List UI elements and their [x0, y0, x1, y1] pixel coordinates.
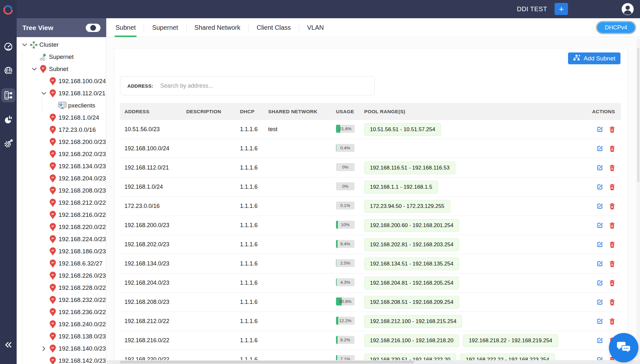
table-row: 192.168.202.0/231.1.1.69.4%192.168.202.8…	[120, 235, 621, 254]
edit-subnet-button[interactable]	[596, 337, 604, 344]
chevron-right-icon[interactable]	[40, 346, 48, 351]
edit-subnet-button[interactable]	[596, 145, 604, 152]
pin-icon: IP	[48, 150, 58, 159]
tree-item-192-168-232-0-22[interactable]: IP192.168.232.0/22	[17, 294, 106, 306]
edit-subnet-button[interactable]	[596, 126, 604, 133]
edit-subnet-button[interactable]	[596, 298, 604, 306]
tree-item-subnet[interactable]: IPSubnet	[17, 63, 106, 75]
collapse-sidebar-button[interactable]	[0, 338, 17, 351]
tree-item-192-168-224-0-23[interactable]: IP192.168.224.0/23	[17, 233, 106, 245]
tree-item-192-168-212-0-22[interactable]: IP192.168.212.0/22	[17, 197, 106, 209]
svg-text:IP: IP	[52, 91, 54, 94]
tab-vlan[interactable]: VLAN	[299, 18, 332, 37]
tree-item-192-168-240-0-22[interactable]: IP192.168.240.0/22	[17, 318, 106, 330]
tree-item-label: 192.168.226.0/23	[59, 272, 106, 279]
cell-usage: 2.5%	[332, 259, 360, 269]
tree-item-label: 192.168.224.0/23	[59, 236, 106, 243]
edit-subnet-button[interactable]	[596, 164, 604, 171]
chevron-down-icon[interactable]	[30, 67, 38, 71]
delete-subnet-button[interactable]	[608, 202, 616, 210]
tab-subnet[interactable]: Subnet	[108, 18, 144, 37]
edit-subnet-button[interactable]	[596, 279, 604, 287]
pin-icon: IP	[48, 198, 58, 207]
tree-item-192-168-220-0-22[interactable]: IP192.168.220.0/22	[17, 221, 106, 233]
pin-icon: IP	[48, 113, 58, 122]
edit-subnet-button[interactable]	[596, 202, 604, 210]
delete-subnet-button[interactable]	[608, 260, 616, 267]
sidebar-item-dhcp[interactable]	[0, 83, 17, 107]
tree-item-192-168-100-0-24[interactable]: IP192.168.100.0/24	[17, 75, 106, 87]
tree-item-192-168-186-0-23[interactable]: IP192.168.186.0/23	[17, 245, 106, 257]
tree-item-supernet[interactable]: Supernet	[17, 51, 106, 63]
cell-dhcp: 1.1.1.6	[236, 184, 264, 190]
add-subnet-button[interactable]: Add Subnet	[568, 52, 620, 64]
chat-fab-button[interactable]	[609, 333, 638, 362]
tree-item-label: Supernet	[49, 53, 74, 60]
edit-subnet-button[interactable]	[596, 241, 604, 248]
column-header-pool-range-s-: POOL RANGE(S)	[360, 109, 589, 115]
tree-item-192-168-112-0-21[interactable]: IP192.168.112.0/21	[17, 87, 106, 99]
tree-item-192-168-140-0-23[interactable]: IP192.168.140.0/23	[17, 343, 106, 355]
tree-item-192-168-134-0-23[interactable]: IP192.168.134.0/23	[17, 160, 106, 172]
tree-item-192-168-142-0-23[interactable]: IP192.168.142.0/23	[17, 355, 106, 364]
edit-subnet-button[interactable]	[596, 318, 604, 325]
cell-dhcp: 1.1.1.6	[236, 145, 264, 152]
pin-icon: IP	[38, 65, 48, 74]
tree-item-192-168-228-0-22[interactable]: IP192.168.228.0/22	[17, 282, 106, 294]
chevron-down-icon[interactable]	[20, 43, 29, 46]
pool-range-badge: 192.168.216.100 - 192.168.218.20	[364, 334, 459, 347]
tree-item-cluster[interactable]: Cluster	[17, 39, 106, 51]
cell-address: 192.168.100.0/24	[120, 145, 182, 152]
tree-item-192-168-208-0-23[interactable]: IP192.168.208.0/23	[17, 185, 106, 197]
sidebar-item-dashboard[interactable]	[0, 35, 17, 59]
horizontal-scrollbar-thumb[interactable]	[120, 361, 414, 363]
delete-subnet-button[interactable]	[608, 145, 616, 152]
sidebar-item-reports[interactable]	[0, 107, 17, 132]
cell-pools: 192.168.134.51 - 192.168.135.254	[360, 257, 589, 270]
sidebar-item-settings[interactable]	[0, 132, 17, 156]
delete-subnet-button[interactable]	[608, 318, 616, 325]
svg-text:IP: IP	[52, 164, 54, 167]
tab-supernet[interactable]: Supernet	[144, 18, 186, 37]
delete-subnet-button[interactable]	[608, 279, 616, 287]
tree-item-192-168-200-0-23[interactable]: IP192.168.200.0/23	[17, 136, 106, 148]
tree-item-label: Cluster	[39, 41, 59, 48]
delete-subnet-button[interactable]	[608, 241, 616, 248]
cell-usage: 0.4%	[332, 144, 360, 154]
tree-item-pxeclients[interactable]: pxeclients	[17, 99, 106, 112]
tree-item-192-168-226-0-23[interactable]: IP192.168.226.0/23	[17, 270, 106, 282]
sidebar-item-dns[interactable]: DNS	[0, 59, 17, 83]
tree-item-192-168-1-0-24[interactable]: IP192.168.1.0/24	[17, 112, 106, 124]
delete-subnet-button[interactable]	[608, 164, 616, 171]
add-workspace-button[interactable]: +	[555, 3, 568, 15]
tree-item-192-168-138-0-23[interactable]: IP192.168.138.0/23	[17, 330, 106, 343]
tree-item-192-168-202-0-23[interactable]: IP192.168.202.0/23	[17, 148, 106, 160]
edit-subnet-button[interactable]	[596, 222, 604, 229]
vertical-scrollbar-thumb[interactable]	[637, 48, 639, 182]
edit-subnet-button[interactable]	[596, 260, 604, 267]
tree-view-toggle[interactable]	[86, 24, 100, 32]
dashboard-icon	[1, 40, 15, 54]
user-avatar[interactable]	[621, 3, 634, 16]
tree-item-192-168-204-0-23[interactable]: IP192.168.204.0/23	[17, 172, 106, 185]
delete-subnet-button[interactable]	[608, 222, 616, 229]
chevron-down-icon[interactable]	[40, 92, 48, 95]
tree-item-192-168-6-32-27[interactable]: IP192.168.6.32/27	[17, 257, 106, 270]
dhcp-version-badge[interactable]: DHCPv4	[596, 21, 636, 34]
tree-item-172-23-0-0-16[interactable]: IP172.23.0.0/16	[17, 124, 106, 136]
tree-item-192-168-236-0-22[interactable]: IP192.168.236.0/22	[17, 306, 106, 318]
pin-icon: IP	[48, 296, 58, 305]
delete-subnet-button[interactable]	[608, 183, 616, 191]
delete-subnet-button[interactable]	[608, 298, 616, 306]
tree-item-192-168-216-0-22[interactable]: IP192.168.216.0/22	[17, 209, 106, 221]
edit-subnet-button[interactable]	[596, 183, 604, 191]
address-search-input[interactable]	[160, 83, 367, 89]
tab-shared-network[interactable]: Shared Network	[187, 18, 248, 37]
delete-subnet-button[interactable]	[608, 126, 616, 133]
usage-badge: 30.8%	[336, 297, 355, 305]
table-row: 10.51.56.0/231.1.1.6test21.6%10.51.56.51…	[120, 120, 621, 139]
column-header-shared-network: SHARED NETWORK	[264, 109, 332, 115]
tab-client-class[interactable]: Client Class	[249, 18, 299, 37]
usage-label: 12.2%	[336, 317, 355, 325]
column-header-dhcp: DHCP	[236, 109, 264, 115]
